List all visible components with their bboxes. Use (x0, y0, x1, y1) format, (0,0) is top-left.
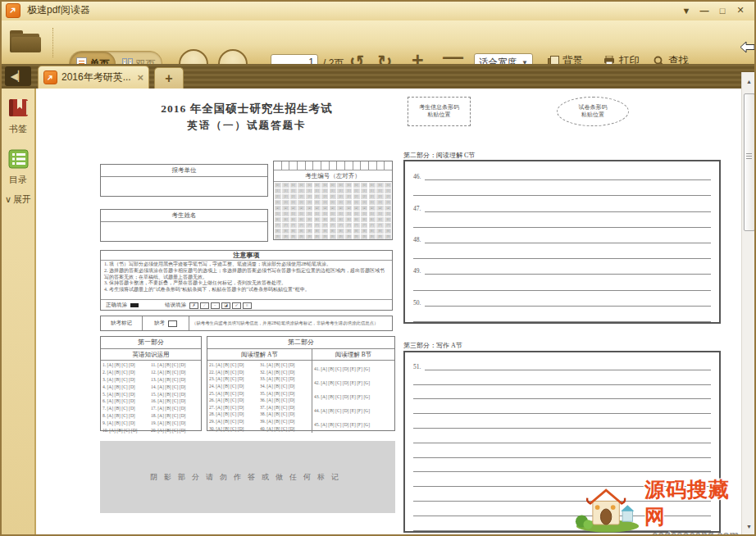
answer-option-row: 35. [A] [B] [C] [D] (260, 391, 307, 396)
correct-fill-example (130, 303, 139, 307)
answer-option-row: 44. [A] [B] [C] [D] [E] [F] [G] (314, 408, 386, 413)
house-illustration-icon (574, 483, 641, 534)
answer-option-row: 12. [A] [B] [C] [D] (151, 370, 195, 375)
name-box: 考生姓名 (100, 209, 268, 242)
answer-option-row: 9. [A] [B] [C] [D] (102, 420, 147, 425)
answer-option-row: 14. [A] [B] [C] [D] (151, 384, 195, 389)
scrollbar-thumb[interactable] (744, 93, 755, 231)
answer-option-row: 21. [A] [B] [C] [D] (209, 363, 256, 368)
app-logo-icon: ➔ (43, 70, 57, 84)
digit-bubble-row: [5][5][5][5][5][5][5][5][5][5][5][5][5][… (274, 211, 392, 216)
toc-list-icon (7, 149, 30, 169)
exam-title: 2016 年全国硕士研究生招生考试 英语（一）试题答题卡 (97, 102, 397, 133)
answer-line: 50. (413, 291, 711, 307)
writing-line (413, 443, 711, 458)
document-viewer[interactable]: 2016 年全国硕士研究生招生考试 英语（一）试题答题卡 报考单位 考生姓名 考… (36, 89, 741, 536)
answer-option-row: 6. [A] [B] [C] [D] (102, 399, 147, 404)
tab-strip: ◀▏ ➔ 2016年考研英... × + (0, 64, 756, 89)
notice-box: 注意事项 1. 填（书）写部分必须使用黑色字迹签字笔书写，字迹工整、笔迹清楚；填… (100, 250, 393, 311)
plus-icon: + (165, 71, 172, 86)
candidate-number-grid: 考生编号（左对齐）[0][0][0][0][0][0][0][0][0][0][… (273, 161, 393, 240)
watermark-site-name: 源码搜藏网 (644, 476, 746, 530)
sidebar: 书签 目录 ∨ 展开 (0, 89, 36, 536)
answer-option-row: 31. [A] [B] [C] [D] (260, 363, 307, 368)
answer-option-row: 34. [A] [B] [C] [D] (260, 384, 307, 388)
answer-option-row: 20. [A] [B] [C] [D] (151, 428, 195, 433)
answer-line (413, 307, 711, 322)
answer-option-row: 37. [A] [B] [C] [D] (260, 405, 307, 410)
sidebar-item-bookmarks[interactable]: 书签 (0, 98, 36, 135)
app-logo-icon: ➔ (6, 3, 20, 18)
answer-line: 48. (413, 228, 711, 243)
part2-answer-box: 第二部分 阅读理解 A节 21. [A] [B] [C] [D]22. [A] … (207, 336, 395, 431)
answer-option-row: 25. [A] [B] [C] [D] (209, 391, 256, 396)
tab-title: 2016年考研英... (61, 70, 133, 84)
app-title: 极速pdf阅读器 (27, 3, 90, 17)
vertical-scrollbar[interactable]: ▲ ▼ (741, 72, 755, 534)
answer-option-row: 27. [A] [B] [C] [D] (209, 405, 256, 410)
answer-option-row: 3. [A] [B] [C] [D] (102, 377, 147, 382)
minimize-icon: — (700, 6, 709, 16)
new-tab-button[interactable]: + (154, 67, 184, 89)
menu-button[interactable]: ▼ (677, 3, 695, 18)
absent-checkbox (168, 320, 177, 327)
answer-option-row: 2. [A] [B] [C] [D] (102, 370, 147, 375)
pdf-page: 2016 年全国硕士研究生招生考试 英语（一）试题答题卡 报考单位 考生姓名 考… (97, 89, 736, 536)
answer-line (413, 243, 711, 259)
open-file-button[interactable] (10, 30, 41, 53)
answer-option-row: 4. [A] [B] [C] [D] (102, 384, 147, 389)
answer-line (413, 212, 711, 228)
candidate-barcode-box: 考生信息条形码 粘贴位置 (408, 97, 471, 126)
window-controls: ▼ — □ ✕ (677, 3, 756, 18)
absent-mark-strip: 缺考标记 缺考 （缺考考生由监考员填写缺考信息，并用2B铅笔填涂缺考标记，非缺考… (100, 316, 393, 331)
answer-option-row: 1. [A] [B] [C] [D] (102, 363, 147, 368)
tab-close-icon[interactable]: × (137, 71, 143, 84)
answer-option-row: 30. [A] [B] [C] [D] (209, 426, 256, 431)
answer-option-row: 22. [A] [B] [C] [D] (209, 370, 256, 375)
close-button[interactable]: ✕ (731, 3, 749, 18)
wrong-fill-example: ∕ (200, 302, 209, 309)
writing-line (413, 458, 711, 473)
shaded-no-answer-area: 阴影部分请勿作答或做任何标记 (100, 441, 395, 513)
title-bar: ➔ 极速pdf阅读器 ▼ — □ ✕ (0, 0, 756, 21)
answer-option-row: 11. [A] [B] [C] [D] (151, 363, 195, 368)
answer-option-row: 38. [A] [B] [C] [D] (260, 412, 307, 417)
watermark: 源码搜藏网 codesocang.com (574, 482, 746, 534)
collapse-sidebar-button[interactable]: ◀▏ (5, 66, 31, 86)
answer-line: 47. (413, 196, 711, 211)
mouse-cursor-icon (740, 41, 755, 57)
unit-box: 报考单位 (100, 164, 268, 197)
answer-line (413, 180, 711, 196)
scroll-up-button[interactable]: ▲ (743, 75, 755, 88)
wrong-fill-example: ✗ (189, 302, 198, 309)
answer-option-row: 40. [A] [B] [C] [D] (260, 426, 307, 431)
collapse-panel-icon: ◀▏ (11, 70, 25, 82)
digit-bubble-row: [8][8][8][8][8][8][8][8][8][8][8][8][8][… (274, 229, 392, 234)
sidebar-item-expand[interactable]: ∨ 展开 (0, 193, 36, 206)
maximize-icon: □ (720, 6, 726, 16)
answer-option-row: 39. [A] [B] [C] [D] (260, 419, 307, 424)
answer-option-row: 15. [A] [B] [C] [D] (151, 392, 195, 397)
answer-option-row: 23. [A] [B] [C] [D] (209, 377, 256, 382)
answer-option-row: 24. [A] [B] [C] [D] (209, 384, 256, 388)
writing-line (413, 429, 711, 443)
close-icon: ✕ (736, 5, 744, 16)
answer-option-row: 43. [A] [B] [C] [D] [E] [F] [G] (314, 394, 386, 399)
sidebar-item-toc[interactable]: 目录 (0, 149, 36, 186)
answer-option-row: 8. [A] [B] [C] [D] (102, 413, 147, 418)
watermark-domain: codesocang.com (644, 529, 746, 536)
digit-bubble-row: [3][3][3][3][3][3][3][3][3][3][3][3][3][… (274, 199, 392, 205)
maximize-button[interactable]: □ (713, 3, 731, 18)
minimize-button[interactable]: — (695, 3, 713, 18)
digit-bubble-row: [7][7][7][7][7][7][7][7][7][7][7][7][7][… (274, 223, 392, 229)
answer-option-row: 29. [A] [B] [C] [D] (209, 419, 256, 424)
wrong-fill-example: ≡ (243, 302, 252, 309)
part3-label: 第三部分：写作 A节 (403, 341, 462, 350)
wrong-fill-example: ✓ (232, 302, 241, 309)
fill-example-row: 正确填涂 错误填涂 ✗∕−◪✓≡ (101, 299, 392, 310)
answer-option-row: 17. [A] [B] [C] [D] (151, 406, 195, 411)
number-grid-header: 考生编号（左对齐） (274, 170, 392, 182)
tab-active[interactable]: ➔ 2016年考研英... × (38, 66, 149, 89)
part2-section-b: 阅读理解 B节 41. [A] [B] [C] [D] [E] [F] [G]4… (312, 349, 394, 433)
triangle-up-icon: ▲ (746, 79, 752, 84)
